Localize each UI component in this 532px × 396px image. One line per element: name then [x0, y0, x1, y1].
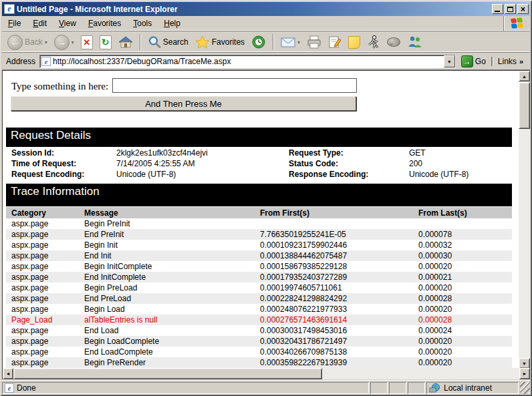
- cell-from-first: 0.000248076221977933: [260, 305, 418, 314]
- cell-category: aspx.page: [11, 219, 84, 228]
- menu-edit[interactable]: Edit: [27, 17, 53, 29]
- cell-from-last: 0.000078: [418, 230, 512, 239]
- menu-tools[interactable]: Tools: [127, 17, 158, 29]
- links-label: Links: [498, 57, 517, 66]
- windows-logo-pane: [503, 16, 530, 31]
- cell-from-last: 0.000020: [418, 347, 512, 357]
- address-url[interactable]: http://localhost:2337/DebugORama/TraceMe…: [53, 57, 444, 66]
- search-button[interactable]: Search: [145, 33, 191, 51]
- scroll-left-button[interactable]: ◄: [3, 368, 13, 379]
- menu-help[interactable]: Help: [158, 17, 186, 29]
- scroll-down-button[interactable]: ▼: [519, 358, 530, 369]
- standard-toolbar: ← Back ▾ → ▾ ✕ ↻ Search: [2, 32, 530, 53]
- cell-from-first: 0.000320431786721497: [260, 337, 418, 346]
- stop-button[interactable]: ✕: [78, 33, 96, 51]
- address-dropdown-button[interactable]: ▾: [444, 55, 455, 67]
- cell-from-last: 0.000030: [418, 251, 512, 260]
- toolbar-separator: [140, 34, 141, 50]
- table-row: Page_LoadalTableEntries is null0.0002765…: [6, 315, 512, 325]
- back-dropdown-icon[interactable]: ▾: [45, 39, 47, 45]
- mail-dropdown-icon[interactable]: ▾: [297, 39, 300, 45]
- cell-from-first: 0.000138844462075487: [260, 251, 418, 260]
- table-row: aspx.pageEnd InitComplete0.0001793524037…: [6, 272, 512, 282]
- horizontal-scroll-thumb[interactable]: [13, 368, 322, 379]
- cell-from-first: 0.000179352403727289: [260, 272, 418, 282]
- forward-dropdown-icon[interactable]: ▾: [72, 39, 74, 45]
- cell-message: Begin Load: [84, 305, 260, 314]
- scroll-right-button[interactable]: ►: [519, 368, 530, 379]
- refresh-button[interactable]: ↻: [97, 33, 114, 51]
- address-bar: Address e http://localhost:2337/DebugORa…: [2, 53, 530, 70]
- cell-from-last: 0.000032: [418, 240, 512, 250]
- print-button[interactable]: [304, 33, 324, 51]
- cell-from-last: 0.000028: [418, 294, 512, 303]
- ie-logo-icon: e: [4, 4, 15, 14]
- cell-message: alTableEntries is null: [84, 315, 260, 325]
- detail-row: Session Id: 2klgk2es1ufk03zcf4n4ejvi Req…: [6, 148, 512, 158]
- text-input[interactable]: [112, 78, 357, 93]
- local-intranet-icon: [429, 383, 441, 393]
- maximize-icon: [507, 7, 513, 12]
- column-message: Message: [84, 208, 260, 218]
- cell-category: aspx.page: [11, 347, 84, 357]
- vertical-scrollbar[interactable]: ▲ ▼: [519, 71, 530, 369]
- status-bar: e Done Local intranet: [2, 380, 530, 394]
- messenger-button[interactable]: [384, 33, 403, 51]
- history-button[interactable]: [249, 33, 269, 51]
- stop-icon: ✕: [81, 35, 93, 49]
- detail-value: Unicode (UTF-8): [409, 170, 512, 179]
- detail-label: Request Encoding:: [11, 170, 116, 179]
- submit-button[interactable]: And Then Press Me: [11, 96, 356, 111]
- menu-file[interactable]: File: [2, 17, 27, 29]
- print-icon: [307, 35, 321, 49]
- column-from-last: From Last(s): [418, 208, 512, 218]
- forward-button[interactable]: → ▾: [51, 33, 77, 51]
- status-pane-empty: [408, 382, 425, 394]
- cell-message: End PreInit: [84, 230, 260, 239]
- running-man-icon: [367, 35, 380, 49]
- search-icon: [148, 35, 161, 49]
- edit-button[interactable]: [325, 33, 344, 51]
- favorites-button[interactable]: Favorites: [192, 33, 247, 51]
- detail-value: Unicode (UTF-8): [116, 170, 289, 179]
- discuss-notes-button[interactable]: [346, 33, 363, 51]
- menu-items: File Edit View Favorites Tools Help: [2, 16, 503, 31]
- address-input[interactable]: e http://localhost:2337/DebugORama/Trace…: [39, 55, 456, 68]
- cell-message: Begin LoadComplete: [84, 337, 260, 346]
- close-button[interactable]: ×: [517, 4, 529, 14]
- aim-button[interactable]: [364, 33, 383, 51]
- vertical-scroll-thumb[interactable]: [519, 82, 530, 129]
- status-pane-empty: [389, 382, 406, 394]
- cell-category: aspx.page: [11, 294, 84, 303]
- go-button[interactable]: → Go: [458, 55, 489, 67]
- maximize-button[interactable]: [505, 4, 516, 14]
- cell-from-first: 0.000109231759902446: [260, 240, 418, 250]
- cell-message: End LoadComplete: [84, 347, 260, 357]
- detail-value: 2klgk2es1ufk03zcf4n4ejvi: [116, 148, 289, 158]
- table-row: aspx.pageEnd Load0.0003003174984530160.0…: [6, 325, 512, 336]
- minimize-button[interactable]: [492, 4, 503, 14]
- notes-icon: [348, 36, 360, 49]
- cell-from-first: 0.000276571463691614: [260, 315, 418, 325]
- home-icon: [118, 35, 133, 49]
- msn-messenger-button[interactable]: [404, 33, 426, 51]
- window-title: Untitled Page - Microsoft Internet Explo…: [17, 5, 491, 14]
- links-menu[interactable]: Links »: [491, 57, 527, 66]
- cell-category: aspx.page: [11, 305, 84, 314]
- horizontal-scrollbar[interactable]: ◄ ►: [3, 368, 530, 379]
- resize-grip[interactable]: [520, 382, 530, 394]
- menu-view[interactable]: View: [53, 17, 82, 29]
- table-row: aspx.pageBegin PreInit: [6, 218, 512, 229]
- cell-category: aspx.page: [11, 240, 84, 250]
- cell-from-last: 0.000028: [418, 315, 512, 325]
- table-row: aspx.pageEnd PreLoad0.000228241298824292…: [6, 293, 512, 304]
- menu-favorites[interactable]: Favorites: [82, 17, 127, 29]
- refresh-icon: ↻: [100, 35, 112, 49]
- title-bar[interactable]: e Untitled Page - Microsoft Internet Exp…: [2, 2, 530, 16]
- cell-message: Begin PreRender: [84, 358, 260, 367]
- back-button[interactable]: ← Back ▾: [5, 33, 50, 51]
- search-label: Search: [163, 37, 188, 47]
- mail-button[interactable]: ▾: [278, 33, 303, 51]
- home-button[interactable]: [116, 33, 136, 51]
- scroll-up-button[interactable]: ▲: [519, 71, 530, 81]
